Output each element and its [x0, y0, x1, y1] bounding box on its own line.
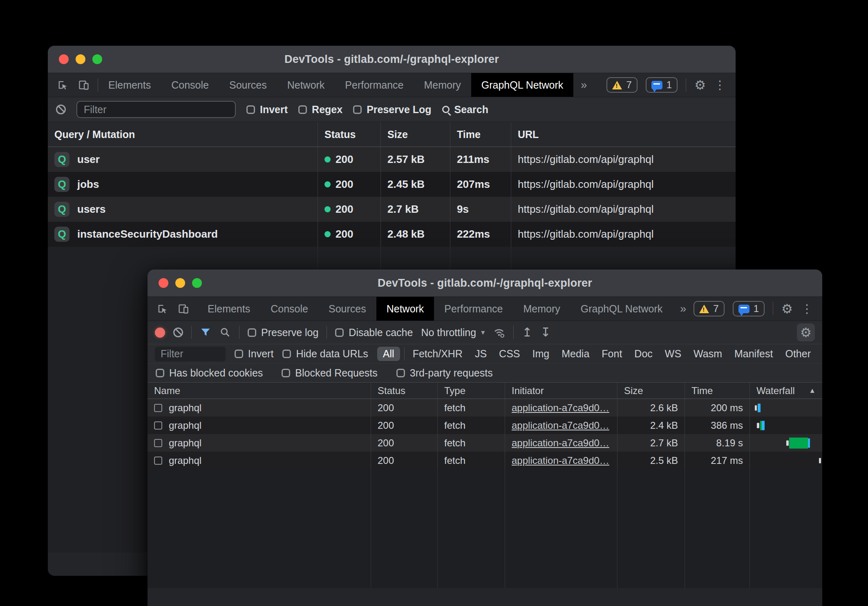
type-filter-ws[interactable]: WS: [661, 347, 685, 361]
column-header-status[interactable]: Status: [371, 383, 437, 399]
initiator-link[interactable]: application-a7ca9d0…: [512, 420, 609, 431]
more-tabs-button[interactable]: »: [573, 73, 594, 97]
hide-data-urls-checkbox[interactable]: [282, 350, 291, 358]
type-filter-other[interactable]: Other: [781, 347, 815, 361]
checkbox[interactable]: [156, 369, 164, 377]
more-options-icon[interactable]: ⋮: [801, 303, 813, 315]
row-checkbox[interactable]: [154, 457, 162, 465]
invert-checkbox[interactable]: [246, 105, 255, 114]
search-icon[interactable]: [219, 327, 231, 338]
issues-badge[interactable]: 1: [646, 77, 678, 93]
invert-checkbox-label[interactable]: Invert: [235, 348, 274, 360]
hide-data-urls-checkbox-label[interactable]: Hide data URLs: [282, 348, 368, 360]
type-filter-font[interactable]: Font: [597, 347, 626, 361]
search-button[interactable]: Search: [442, 104, 488, 116]
column-header-name[interactable]: Name: [148, 383, 371, 399]
filter-input[interactable]: Filter: [76, 101, 236, 118]
export-har-icon[interactable]: ↧: [540, 326, 550, 339]
type-filter-wasm[interactable]: Wasm: [689, 347, 726, 361]
table-row[interactable]: graphql200fetchapplication-a7ca9d0…2.6 k…: [148, 399, 822, 417]
minimize-button[interactable]: [175, 278, 185, 288]
column-header-query-mutation[interactable]: Query / Mutation: [48, 122, 318, 147]
disable-cache-checkbox-label[interactable]: Disable cache: [335, 327, 413, 339]
column-header-size[interactable]: Size: [380, 122, 450, 147]
table-row[interactable]: Quser2002.57 kB211mshttps://gitlab.com/a…: [48, 147, 736, 172]
inspect-element-icon[interactable]: [157, 303, 168, 314]
filter-funnel-icon[interactable]: [200, 327, 211, 338]
import-har-icon[interactable]: ↥: [522, 326, 532, 339]
option-has-blocked-cookies[interactable]: Has blocked cookies: [156, 367, 263, 379]
more-options-icon[interactable]: ⋮: [714, 79, 726, 91]
initiator-link[interactable]: application-a7ca9d0…: [512, 402, 609, 414]
type-filter-js[interactable]: JS: [471, 347, 491, 361]
regex-checkbox[interactable]: [298, 105, 307, 114]
tab-elements[interactable]: Elements: [98, 73, 161, 97]
throttling-dropdown[interactable]: No throttling ▾: [421, 327, 485, 339]
checkbox[interactable]: [282, 369, 290, 377]
tab-performance[interactable]: Performance: [335, 73, 414, 97]
column-header-waterfall[interactable]: Waterfall▲: [749, 383, 822, 399]
type-filter-all[interactable]: All: [377, 347, 400, 361]
tab-memory[interactable]: Memory: [414, 73, 471, 97]
column-header-url[interactable]: URL: [511, 122, 736, 147]
row-checkbox[interactable]: [154, 404, 162, 412]
type-filter-doc[interactable]: Doc: [630, 347, 656, 361]
tab-sources[interactable]: Sources: [318, 297, 376, 321]
tab-performance[interactable]: Performance: [434, 297, 513, 321]
option-3rd-party-requests[interactable]: 3rd-party requests: [396, 367, 493, 379]
title-bar[interactable]: DevTools - gitlab.com/-/graphql-explorer: [48, 46, 736, 73]
invert-checkbox[interactable]: [235, 350, 243, 358]
table-row[interactable]: QinstanceSecurityDashboard2002.48 kB222m…: [48, 222, 736, 247]
device-toolbar-icon[interactable]: [78, 79, 89, 91]
checkbox[interactable]: [396, 369, 405, 377]
preserve-log-checkbox[interactable]: [353, 105, 362, 114]
tab-console[interactable]: Console: [260, 297, 318, 321]
type-filter-fetch-xhr[interactable]: Fetch/XHR: [409, 347, 467, 361]
settings-gear-icon[interactable]: ⚙: [694, 79, 706, 91]
record-network-log-button[interactable]: [155, 328, 165, 338]
inspect-element-icon[interactable]: [57, 79, 68, 91]
tab-network[interactable]: Network: [376, 297, 434, 321]
preserve-log-checkbox-label[interactable]: Preserve log: [248, 327, 318, 339]
column-header-status[interactable]: Status: [318, 122, 380, 147]
disable-cache-checkbox[interactable]: [335, 328, 344, 337]
minimize-button[interactable]: [76, 54, 85, 64]
table-row[interactable]: Qusers2002.7 kB9shttps://gitlab.com/api/…: [48, 197, 736, 222]
close-button[interactable]: [59, 54, 69, 64]
warnings-badge[interactable]: 7: [606, 77, 637, 93]
type-filter-manifest[interactable]: Manifest: [730, 347, 777, 361]
preserve-log-checkbox[interactable]: [248, 328, 256, 337]
more-tabs-button[interactable]: »: [673, 297, 694, 321]
issues-badge[interactable]: 1: [733, 301, 765, 316]
table-row[interactable]: Qjobs2002.45 kB207mshttps://gitlab.com/a…: [48, 172, 736, 197]
table-row[interactable]: graphql200fetchapplication-a7ca9d0…2.5 k…: [148, 452, 822, 469]
column-header-size[interactable]: Size: [617, 383, 685, 399]
warnings-badge[interactable]: 7: [694, 301, 724, 316]
invert-checkbox-label[interactable]: Invert: [246, 104, 288, 116]
regex-checkbox-label[interactable]: Regex: [298, 104, 342, 116]
option-blocked-requests[interactable]: Blocked Requests: [282, 367, 378, 379]
row-checkbox[interactable]: [154, 421, 162, 430]
column-header-type[interactable]: Type: [437, 383, 505, 399]
row-checkbox[interactable]: [154, 439, 162, 447]
close-button[interactable]: [159, 278, 168, 288]
table-row[interactable]: graphql200fetchapplication-a7ca9d0…2.4 k…: [148, 417, 822, 434]
tab-graphql-network[interactable]: GraphQL Network: [471, 73, 574, 97]
network-conditions-icon[interactable]: [493, 326, 505, 339]
table-row[interactable]: graphql200fetchapplication-a7ca9d0…2.7 k…: [148, 434, 822, 452]
tab-graphql-network[interactable]: GraphQL Network: [570, 297, 673, 321]
column-header-time[interactable]: Time: [685, 383, 749, 399]
tab-console[interactable]: Console: [161, 73, 219, 97]
type-filter-media[interactable]: Media: [557, 347, 593, 361]
type-filter-css[interactable]: CSS: [495, 347, 524, 361]
device-toolbar-icon[interactable]: [178, 303, 189, 314]
tab-network[interactable]: Network: [277, 73, 335, 97]
zoom-button[interactable]: [92, 54, 102, 64]
initiator-link[interactable]: application-a7ca9d0…: [512, 455, 609, 466]
network-settings-button[interactable]: ⚙: [797, 323, 815, 341]
tab-memory[interactable]: Memory: [513, 297, 570, 321]
column-header-time[interactable]: Time: [450, 122, 511, 147]
type-filter-img[interactable]: Img: [528, 347, 554, 361]
settings-gear-icon[interactable]: ⚙: [781, 303, 793, 315]
preserve-log-checkbox-label[interactable]: Preserve Log: [353, 104, 431, 116]
